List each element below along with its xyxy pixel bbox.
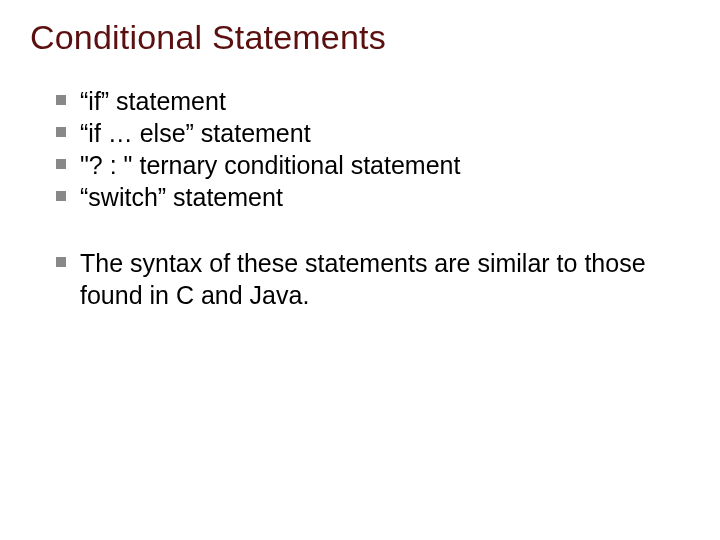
list-item: “switch” statement bbox=[50, 181, 690, 213]
list-item: The syntax of these statements are simil… bbox=[50, 247, 690, 311]
note-list: The syntax of these statements are simil… bbox=[50, 247, 690, 311]
slide: Conditional Statements “if” statement “i… bbox=[0, 0, 720, 540]
page-title: Conditional Statements bbox=[30, 18, 690, 57]
bullet-list: “if” statement “if … else” statement "? … bbox=[50, 85, 690, 213]
list-item: "? : " ternary conditional statement bbox=[50, 149, 690, 181]
list-item: “if … else” statement bbox=[50, 117, 690, 149]
list-item: “if” statement bbox=[50, 85, 690, 117]
